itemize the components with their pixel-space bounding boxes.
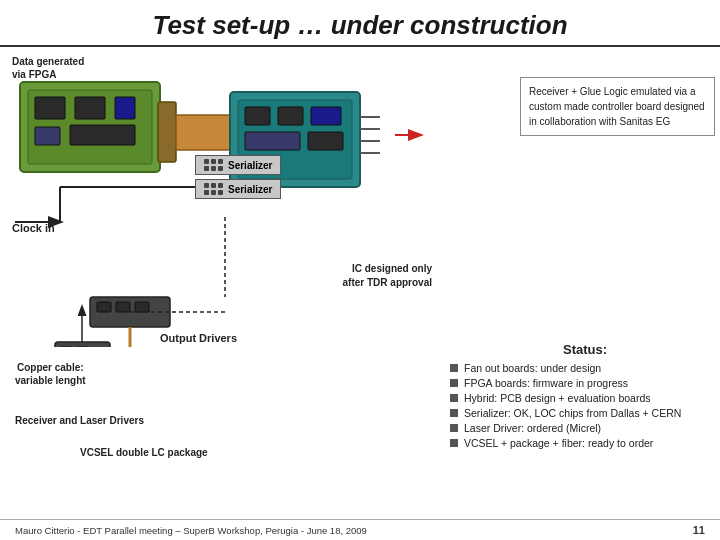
receiver-label: Receiver and Laser Drivers: [15, 414, 144, 427]
diagram-area: Data generatedvia FPGA: [0, 47, 440, 467]
svg-rect-3: [75, 97, 105, 119]
svg-rect-11: [245, 107, 270, 125]
footer: Mauro Citterio - EDT Parallel meeting – …: [0, 519, 720, 540]
bullet-icon: [450, 379, 458, 387]
svg-rect-8: [176, 115, 231, 150]
svg-rect-13: [311, 107, 341, 125]
vcsel-label: VCSEL double LC package: [80, 446, 208, 459]
svg-rect-25: [97, 302, 111, 312]
callout-text: Receiver + Glue Logic emulated via a cus…: [529, 86, 705, 127]
serializer-label-2: Serializer: [228, 184, 272, 195]
status-item: Serializer: OK, LOC chips from Dallas + …: [450, 407, 720, 419]
svg-rect-14: [245, 132, 300, 150]
svg-rect-7: [158, 102, 176, 162]
footer-page: 11: [693, 524, 705, 536]
status-item-text: Hybrid: PCB design + evaluation boards: [464, 392, 650, 404]
bullet-icon: [450, 409, 458, 417]
bullet-icon: [450, 424, 458, 432]
status-item: VCSEL + package + fiber: ready to order: [450, 437, 720, 449]
status-section: Status: Fan out boards: under designFPGA…: [450, 342, 720, 452]
status-list: Fan out boards: under designFPGA boards:…: [450, 362, 720, 449]
vcsel-label-area: VCSEL double LC package: [80, 441, 208, 459]
status-item-text: Fan out boards: under design: [464, 362, 601, 374]
svg-rect-26: [116, 302, 130, 312]
svg-rect-32: [55, 342, 110, 347]
status-item: Hybrid: PCB design + evaluation boards: [450, 392, 720, 404]
page-title: Test set-up … under construction: [152, 10, 567, 40]
callout-box: Receiver + Glue Logic emulated via a cus…: [520, 77, 715, 136]
serializer-container: Serializer Serializer: [195, 155, 281, 199]
bullet-icon: [450, 439, 458, 447]
svg-rect-6: [70, 125, 135, 145]
serializer-label-1: Serializer: [228, 160, 272, 171]
status-item-text: Serializer: OK, LOC chips from Dallas + …: [464, 407, 681, 419]
status-title: Status:: [450, 342, 720, 357]
serializer-dots-2: [204, 183, 223, 195]
bottom-left-area: Copper cable:variable lenght: [15, 361, 86, 387]
serializer-box-2: Serializer: [195, 179, 281, 199]
clock-label: Clock in: [12, 222, 55, 234]
footer-text: Mauro Citterio - EDT Parallel meeting – …: [15, 525, 367, 536]
serializer-box-1: Serializer: [195, 155, 281, 175]
bullet-icon: [450, 364, 458, 372]
svg-rect-27: [135, 302, 149, 312]
status-item: FPGA boards: firmware in progress: [450, 377, 720, 389]
serializer-dots-1: [204, 159, 223, 171]
status-item: Fan out boards: under design: [450, 362, 720, 374]
status-item-text: Laser Driver: ordered (Micrel): [464, 422, 601, 434]
bullet-icon: [450, 394, 458, 402]
svg-rect-12: [278, 107, 303, 125]
title-bar: Test set-up … under construction: [0, 0, 720, 47]
svg-rect-15: [308, 132, 343, 150]
svg-rect-2: [35, 97, 65, 119]
svg-rect-4: [115, 97, 135, 119]
status-item: Laser Driver: ordered (Micrel): [450, 422, 720, 434]
ic-designed-label: IC designed onlyafter TDR approval: [343, 262, 432, 290]
receiver-label-area: Receiver and Laser Drivers: [15, 414, 144, 427]
output-drivers-label: Output Drivers: [160, 332, 237, 344]
svg-rect-5: [35, 127, 60, 145]
copper-label: Copper cable:variable lenght: [15, 361, 86, 387]
status-item-text: FPGA boards: firmware in progress: [464, 377, 628, 389]
main-content: Data generatedvia FPGA: [0, 47, 720, 507]
status-item-text: VCSEL + package + fiber: ready to order: [464, 437, 653, 449]
info-panel: Receiver + Glue Logic emulated via a cus…: [440, 47, 720, 507]
